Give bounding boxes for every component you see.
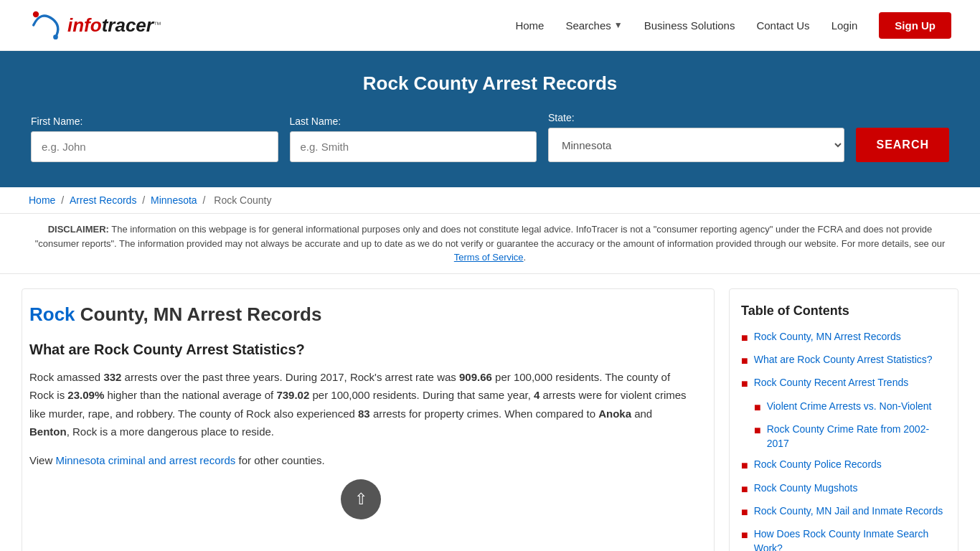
toc-link[interactable]: How Does Rock County Inmate Search Work? [754, 527, 946, 551]
chevron-down-icon: ▼ [614, 20, 623, 30]
view-text: View [29, 454, 55, 466]
breadcrumb-home[interactable]: Home [29, 194, 55, 206]
first-name-group: First Name: [31, 116, 278, 162]
svg-point-0 [33, 11, 39, 17]
main-content: Rock County, MN Arrest Records What are … [0, 288, 980, 552]
stats-anoka: Anoka [598, 408, 631, 420]
breadcrumb-arrest-records[interactable]: Arrest Records [70, 194, 136, 206]
stats-p-end2: higher than the national average of [104, 389, 276, 401]
toc-bullet: ■ [741, 504, 748, 520]
stats-p-before: Rock amassed [29, 371, 103, 383]
toc-item: ■Violent Crime Arrests vs. Non-Violent [754, 400, 946, 415]
stats-332: 332 [103, 371, 121, 383]
toc-item: ■Rock County Crime Rate from 2002-2017 [754, 423, 946, 451]
signup-button[interactable]: Sign Up [879, 12, 951, 39]
toc-link[interactable]: Rock County Crime Rate from 2002-2017 [767, 423, 946, 451]
view-end: for other counties. [235, 454, 324, 466]
toc-item: ■Rock County Police Records [741, 458, 946, 474]
toc-item: ■Rock County Recent Arrest Trends [741, 376, 946, 392]
hero-title: Rock County Arrest Records [29, 72, 951, 95]
stats-p-end6: , Rock is a more dangerous place to resi… [67, 425, 274, 438]
stats-and: and [631, 408, 652, 420]
nav-searches[interactable]: Searches ▼ [565, 19, 622, 32]
article-heading: Rock County, MN Arrest Records [29, 303, 692, 326]
mn-records-link[interactable]: Minnesota criminal and arrest records [55, 454, 235, 466]
first-name-input[interactable] [31, 131, 278, 162]
logo-info: info [67, 14, 102, 36]
login-button[interactable]: Login [831, 19, 858, 32]
stats-23: 23.09% [67, 389, 104, 401]
state-label: State: [548, 112, 844, 123]
stats-heading: What are Rock County Arrest Statistics? [29, 342, 692, 358]
stats-benton: Benton [29, 425, 67, 438]
article-heading-rest: County, MN Arrest Records [75, 303, 322, 325]
toc-bullet: ■ [754, 400, 761, 415]
breadcrumb-rock-county: Rock County [214, 194, 271, 206]
toc-item: ■Rock County Mugshots [741, 481, 946, 497]
toc-bullet: ■ [741, 458, 748, 474]
svg-point-1 [53, 34, 58, 39]
back-to-top: ⇧ [29, 479, 692, 519]
toc-item: ■What are Rock County Arrest Statistics? [741, 353, 946, 369]
disclaimer-end: . [524, 252, 527, 263]
stats-83: 83 [358, 408, 370, 420]
stats-paragraph: Rock amassed 332 arrests over the past t… [29, 368, 692, 441]
breadcrumb-sep3: / [203, 194, 209, 206]
logo[interactable]: infotracer™ [29, 7, 161, 43]
disclaimer-text: The information on this webpage is for g… [35, 224, 946, 249]
disclaimer: DISCLAIMER: The information on this webp… [0, 214, 980, 274]
toc-link[interactable]: Rock County Mugshots [754, 481, 858, 496]
breadcrumb-minnesota[interactable]: Minnesota [151, 194, 197, 206]
toc-bullet: ■ [741, 376, 748, 392]
toc-bullet: ■ [741, 481, 748, 497]
stats-p-after: arrests over the past three years. Durin… [121, 371, 459, 383]
breadcrumb-sep1: / [61, 194, 67, 206]
toc-sidebar: Table of Contents ■Rock County, MN Arres… [729, 288, 958, 552]
stats-909: 909.66 [459, 371, 492, 383]
view-paragraph: View Minnesota criminal and arrest recor… [29, 451, 692, 470]
toc-bullet: ■ [741, 353, 748, 369]
logo-icon [29, 7, 65, 43]
back-to-top-button[interactable]: ⇧ [341, 479, 381, 519]
state-group: State: AlabamaAlaskaArizonaArkansasCalif… [548, 112, 844, 162]
nav-contact-us[interactable]: Contact Us [756, 19, 809, 32]
search-button[interactable]: SEARCH [856, 128, 949, 162]
toc-list: ■Rock County, MN Arrest Records■What are… [741, 330, 946, 552]
hero-section: Rock County Arrest Records First Name: L… [0, 51, 980, 187]
toc-link[interactable]: Rock County, MN Jail and Inmate Records [754, 504, 943, 519]
logo-tracer: tracer [102, 14, 154, 36]
last-name-group: Last Name: [290, 116, 537, 162]
stats-p-end3: per 100,000 residents. During that same … [309, 389, 534, 401]
search-form: First Name: Last Name: State: AlabamaAla… [31, 112, 949, 162]
toc-item: ■Rock County, MN Arrest Records [741, 330, 946, 346]
nav-business-solutions[interactable]: Business Solutions [644, 19, 735, 32]
stats-739: 739.02 [276, 389, 309, 401]
state-select[interactable]: AlabamaAlaskaArizonaArkansasCaliforniaCo… [548, 128, 844, 162]
disclaimer-label: DISCLAIMER: [48, 224, 109, 235]
toc-item: ■Rock County, MN Jail and Inmate Records [741, 504, 946, 520]
toc-link[interactable]: Rock County Recent Arrest Trends [754, 376, 909, 390]
stats-p-end5: arrests for property crimes. When compar… [370, 408, 598, 420]
toc-link[interactable]: What are Rock County Arrest Statistics? [754, 353, 933, 367]
last-name-label: Last Name: [290, 116, 537, 127]
breadcrumb-sep2: / [142, 194, 148, 206]
toc-link[interactable]: Violent Crime Arrests vs. Non-Violent [767, 400, 932, 414]
article-heading-highlight: Rock [29, 303, 75, 325]
toc-link[interactable]: Rock County, MN Arrest Records [754, 330, 901, 344]
breadcrumb: Home / Arrest Records / Minnesota / Rock… [0, 187, 980, 214]
toc-bullet: ■ [741, 527, 748, 543]
nav-home[interactable]: Home [515, 19, 544, 32]
toc-title: Table of Contents [741, 303, 946, 319]
last-name-input[interactable] [290, 131, 537, 162]
toc-link[interactable]: Rock County Police Records [754, 458, 882, 472]
disclaimer-tos-link[interactable]: Terms of Service [454, 252, 524, 263]
article: Rock County, MN Arrest Records What are … [22, 288, 715, 552]
logo-tm: ™ [154, 20, 161, 29]
toc-bullet: ■ [754, 423, 761, 438]
first-name-label: First Name: [31, 116, 278, 127]
main-nav: Home Searches ▼ Business Solutions Conta… [515, 12, 951, 39]
toc-bullet: ■ [741, 330, 748, 346]
nav-searches-link[interactable]: Searches [565, 19, 611, 32]
toc-item: ■How Does Rock County Inmate Search Work… [741, 527, 946, 551]
header: infotracer™ Home Searches ▼ Business Sol… [0, 0, 980, 51]
